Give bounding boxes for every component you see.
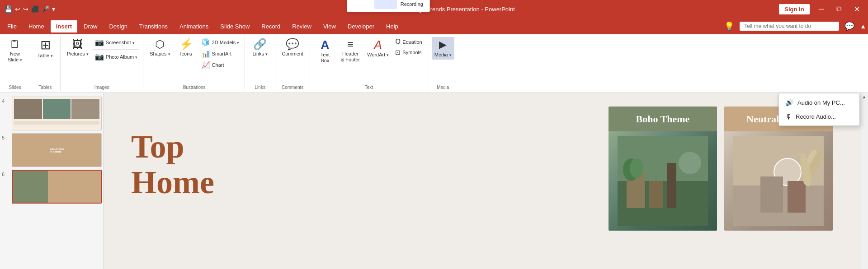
- text-box-label: TextBox: [321, 52, 330, 64]
- photo-album-icon: 📷: [95, 52, 104, 61]
- comment-button[interactable]: 💬 Comment: [279, 37, 306, 59]
- menu-animations[interactable]: Animations: [174, 20, 214, 32]
- menu-transitions[interactable]: Transitions: [134, 20, 173, 32]
- big-text-line2: Home: [131, 165, 214, 200]
- quick-access: 💾 ↩ ↪ ⬛ 🎤 ▾: [5, 5, 55, 13]
- text-col2: Ω Equation ⊡ Symbols: [393, 37, 424, 57]
- new-slide-icon: 🗒: [9, 39, 20, 50]
- boho-theme-header: Boho Theme: [609, 107, 717, 131]
- header-footer-button[interactable]: ≡ Header& Footer: [338, 37, 363, 65]
- scroll-up-arrow[interactable]: ▲: [861, 93, 868, 101]
- menu-developer[interactable]: Developer: [342, 20, 380, 32]
- boho-theme-label: Boho Theme: [636, 113, 690, 125]
- smartart-label: SmartArt: [212, 51, 231, 56]
- audio-button[interactable]: 🔊 Audio ▾: [374, 0, 397, 9]
- slide-thumb-4: 4: [2, 97, 102, 130]
- new-slide-label: NewSlide ▾: [8, 51, 23, 63]
- menu-file[interactable]: File: [2, 20, 22, 32]
- table-button[interactable]: ⊞ Table ▾: [34, 37, 57, 60]
- chart-button[interactable]: 📈 Chart: [199, 60, 241, 70]
- 3d-models-icon: 🧊: [201, 38, 210, 46]
- icons-button[interactable]: ⚡ Icons: [175, 37, 198, 59]
- illustrations-group-label: Illustrations: [147, 84, 241, 90]
- audio-on-pc-item[interactable]: 🔊 Audio on My PC...: [779, 95, 859, 110]
- present-icon[interactable]: ⬛: [31, 5, 39, 13]
- media-icon: ▶: [439, 39, 447, 51]
- slide-content: Top Home Boho Theme: [113, 102, 851, 260]
- canvas-area: Top Home Boho Theme: [104, 93, 860, 269]
- menu-design[interactable]: Design: [104, 20, 132, 32]
- ribbon-collapse-icon[interactable]: ▲: [860, 23, 866, 30]
- 3d-models-button[interactable]: 🧊 3D Models ▾: [199, 37, 241, 47]
- menu-help[interactable]: Help: [381, 20, 404, 32]
- screen-recording-label: ScreenRecording: [401, 0, 423, 7]
- menu-home[interactable]: Home: [23, 20, 50, 32]
- comment-label: Comment: [282, 51, 303, 57]
- symbols-label-text: Symbols: [402, 50, 421, 55]
- media-expanded-panel: 🎬 Video ▾ 🔊 Audio ▾ 📹 ScreenRecording: [347, 0, 430, 12]
- sign-in-button[interactable]: Sign in: [779, 4, 809, 14]
- equation-button[interactable]: Ω Equation: [393, 37, 424, 47]
- neutral-theme-svg: [733, 136, 824, 226]
- screenshot-photoalbum-col: 📷 Screenshot ▾ 📷 Photo Album ▾: [93, 37, 139, 62]
- quick-access-dropdown-icon[interactable]: ▾: [52, 5, 55, 13]
- text-box-button[interactable]: A TextBox: [314, 37, 336, 65]
- restore-button[interactable]: ⧉: [833, 4, 845, 14]
- wordart-button[interactable]: A WordArt ▾: [364, 37, 392, 60]
- menu-draw[interactable]: Draw: [78, 20, 103, 32]
- ribbon-group-comments: 💬 Comment Comments: [275, 36, 310, 91]
- redo-icon[interactable]: ↪: [23, 5, 28, 13]
- menu-slideshow[interactable]: Slide Show: [215, 20, 255, 32]
- smartart-button[interactable]: 📊 SmartArt: [199, 48, 241, 59]
- comment-icon[interactable]: 💬: [844, 21, 854, 31]
- slide-thumbnail-5[interactable]: Beauty liesin details: [12, 133, 102, 167]
- screenshot-icon: 📷: [95, 38, 104, 46]
- search-input[interactable]: [740, 22, 839, 31]
- boho-theme-card: Boho Theme: [609, 107, 717, 231]
- pictures-icon: 🖼: [72, 39, 83, 50]
- media-dropdown: 🔊 Audio on My PC... 🎙 Record Audio...: [778, 93, 860, 126]
- lightbulb-icon[interactable]: 💡: [724, 21, 734, 31]
- menu-record[interactable]: Record: [256, 20, 286, 32]
- links-button[interactable]: 🔗 Links ▾: [249, 37, 271, 59]
- table-label: Table ▾: [38, 53, 53, 59]
- media-button[interactable]: ▶ Media ▾: [432, 37, 454, 60]
- menu-view[interactable]: View: [318, 20, 341, 32]
- video-button[interactable]: 🎬 Video ▾: [351, 0, 373, 9]
- equation-label: Equation: [402, 39, 422, 45]
- undo-icon[interactable]: ↩: [15, 5, 20, 13]
- slide-num-6: 6: [2, 170, 9, 177]
- record-audio-item[interactable]: 🎙 Record Audio...: [779, 110, 859, 124]
- menu-insert[interactable]: Insert: [51, 20, 77, 32]
- ribbon-group-slides: 🗒 NewSlide ▾ Slides: [0, 36, 30, 91]
- shapes-button[interactable]: ⬡ Shapes ▾: [147, 37, 173, 59]
- title-bar-left: 💾 ↩ ↪ ⬛ 🎤 ▾: [5, 5, 55, 13]
- new-slide-button[interactable]: 🗒 NewSlide ▾: [4, 37, 26, 65]
- minimize-button[interactable]: ─: [815, 4, 827, 14]
- neutral-theme-image: [724, 131, 833, 231]
- photo-album-button[interactable]: 📷 Photo Album ▾: [93, 51, 139, 62]
- tables-group-label: Tables: [34, 84, 57, 90]
- mic-icon[interactable]: 🎤: [42, 5, 49, 13]
- slides-group-label: Slides: [4, 84, 26, 90]
- ribbon-group-images: 🖼 Pictures ▾ 📷 Screenshot ▾ 📷 Photo Albu…: [61, 36, 143, 91]
- icons-icon: ⚡: [179, 39, 193, 50]
- menu-review[interactable]: Review: [287, 20, 317, 32]
- header-footer-icon: ≡: [347, 39, 354, 50]
- svg-rect-5: [667, 163, 676, 208]
- comment-icon-ribbon: 💬: [286, 39, 299, 50]
- svg-rect-12: [788, 181, 806, 213]
- slide-thumbnail-4[interactable]: [12, 97, 102, 130]
- right-scrollbar[interactable]: ▲: [860, 93, 868, 269]
- comments-group-label: Comments: [279, 84, 306, 90]
- save-icon[interactable]: 💾: [5, 5, 12, 13]
- screenshot-button[interactable]: 📷 Screenshot ▾: [93, 37, 139, 47]
- symbols-button-text[interactable]: ⊡ Symbols: [393, 48, 424, 57]
- pictures-button[interactable]: 🖼 Pictures ▾: [64, 37, 91, 59]
- slide5-text: Beauty liesin details: [50, 148, 64, 153]
- close-button[interactable]: ✕: [850, 4, 863, 14]
- slide-thumbnail-6[interactable]: [12, 170, 102, 204]
- ribbon-group-media: ▶ Media ▾ Media 🎬 Video ▾ 🔊 Audio ▾ 📹 Sc…: [428, 36, 458, 91]
- screen-recording-button[interactable]: 📹 ScreenRecording: [398, 0, 426, 9]
- pictures-label: Pictures ▾: [67, 51, 89, 57]
